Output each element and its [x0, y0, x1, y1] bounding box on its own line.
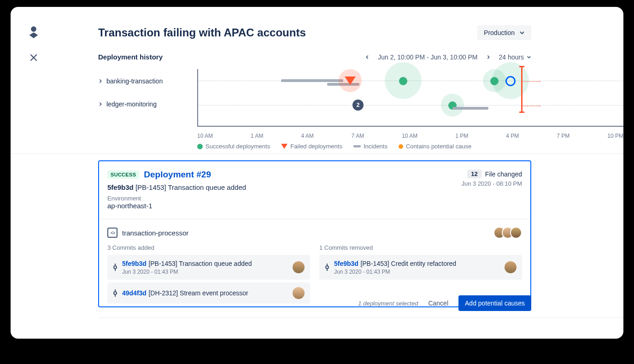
repo-icon: <>: [107, 228, 117, 238]
deployment-title: Deployment #29: [144, 170, 211, 180]
commit-message: Credit entity refactored: [391, 260, 457, 267]
tick: 4 PM: [506, 133, 519, 139]
legend-failed-icon: [281, 144, 288, 149]
chart-legend: Successful deployments Failed deployment…: [197, 143, 623, 150]
commit-timestamp: Jun 3 2020 - 01:43 PM: [334, 269, 500, 275]
x-axis-ticks: 10 AM 1 AM 4 AM 7 AM 10 AM 1 PM 4 PM 7 P…: [197, 133, 623, 139]
tick: 1 PM: [455, 133, 468, 139]
tick: 10 PM: [607, 133, 623, 139]
legend-incident-icon: [353, 145, 361, 147]
duration-select[interactable]: 24 hours: [499, 53, 531, 61]
main-content: Transaction failing with APAC accounts P…: [98, 25, 623, 339]
header: Transaction failing with APAC accounts P…: [98, 25, 623, 40]
chevron-down-icon: [527, 55, 531, 59]
chevron-right-icon: [98, 102, 103, 106]
tick: 4 AM: [301, 133, 313, 139]
legend-success-icon: [197, 144, 203, 149]
file-count-badge: 12: [467, 170, 481, 178]
commit-summary: 5fe9b3d [PB-1453] Transaction queue adde…: [107, 183, 246, 191]
service-row-ledger[interactable]: ledger-monitoring: [98, 100, 163, 108]
legend-cause-icon: [399, 144, 403, 149]
subheader: Deployment history Jun 2, 10:00 PM - Jun…: [98, 53, 623, 61]
success-deployment-icon[interactable]: [399, 77, 407, 85]
cancel-button[interactable]: Cancel: [428, 299, 448, 307]
avatar: [505, 261, 517, 273]
commit-hash: 5fe9b3d: [334, 260, 358, 267]
footer-actions: 1 deployment selected Cancel Add potenti…: [98, 295, 623, 311]
date-controls: Jun 2, 10:00 PM - Jun 3, 10:00 PM 24 hou…: [365, 53, 531, 61]
timeline-plot: 2: [197, 69, 623, 127]
commit-item[interactable]: 5fe9b3d [PB-1453] Credit entity refactor…: [319, 255, 522, 280]
contributor-avatars: [497, 227, 522, 239]
status-badge: SUCCESS: [107, 170, 139, 179]
service-row-banking[interactable]: banking-transaction: [98, 77, 163, 85]
chevron-right-icon[interactable]: [486, 55, 491, 59]
legend-label: Failed deployments: [290, 143, 342, 150]
selected-deployment-ring[interactable]: [505, 76, 516, 86]
deployment-history-label: Deployment history: [98, 53, 163, 61]
service-labels: banking-transaction ledger-monitoring: [98, 77, 163, 108]
tick: 7 AM: [352, 133, 364, 139]
marker-extension: [522, 106, 540, 106]
tick: 10 AM: [197, 133, 213, 139]
tick: 10 AM: [402, 133, 417, 139]
commit-hash: 5fe9b3d: [107, 183, 134, 191]
svg-point-0: [31, 26, 36, 32]
cluster-badge[interactable]: 2: [352, 100, 364, 111]
close-icon[interactable]: [29, 53, 38, 64]
deployment-timestamp: Jun 3 2020 - 08:10 PM: [461, 180, 522, 187]
ticket-ref: [PB-1453]: [148, 260, 177, 267]
commit-message: Transaction queue added: [168, 183, 247, 191]
commits-added-label: 3 Commits added: [107, 244, 310, 251]
service-name: ledger-monitoring: [106, 100, 157, 108]
commit-timestamp: Jun 3 2020 - 01:43 PM: [122, 269, 288, 275]
avatar: [510, 227, 522, 239]
ticket-ref: [PB-1453]: [360, 260, 389, 267]
incident-bar: [452, 107, 488, 110]
failed-deployment-icon[interactable]: [345, 76, 356, 85]
svg-point-4: [114, 266, 117, 269]
tick: 1 AM: [251, 133, 263, 139]
chevron-left-icon[interactable]: [365, 55, 370, 59]
commit-item[interactable]: 5fe9b3d [PB-1453] Transaction queue adde…: [107, 255, 310, 280]
modal-window: Transaction failing with APAC accounts P…: [11, 7, 623, 339]
service-name: banking-transaction: [106, 77, 163, 85]
environment-value: ap-northeast-1: [107, 202, 246, 210]
commit-icon: [325, 264, 329, 271]
repo-name: transaction-processor: [122, 229, 188, 237]
chevron-down-icon: [519, 30, 525, 35]
timeline-chart: banking-transaction ledger-monitoring: [98, 69, 623, 143]
commit-message: Transaction queue added: [179, 260, 252, 267]
commit-icon: [113, 264, 117, 271]
svg-point-10: [326, 266, 329, 269]
incident-bar: [281, 79, 343, 82]
add-causes-button[interactable]: Add potential causes: [458, 295, 531, 311]
chevron-right-icon: [98, 79, 103, 83]
legend-label: Successful deployments: [205, 143, 270, 150]
commits-removed-label: 1 Commits removed: [319, 244, 522, 251]
left-sidebar: [11, 7, 57, 339]
svg-point-7: [114, 292, 117, 294]
environment-field-label: Environment: [107, 195, 246, 202]
page-title: Transaction failing with APAC accounts: [98, 26, 306, 39]
legend-label: Incidents: [364, 143, 387, 150]
ticket-ref: [PB-1453]: [135, 183, 166, 191]
marker-extension: [522, 81, 540, 82]
environment-label: Production: [484, 29, 515, 36]
commit-hash: 5fe9b3d: [122, 260, 147, 267]
date-range: Jun 2, 10:00 PM - Jun 3, 10:00 PM: [378, 53, 477, 61]
legend-label: Contains potential cause: [406, 143, 471, 150]
file-changed-label: File changed: [485, 170, 522, 178]
duration-label: 24 hours: [499, 53, 524, 61]
file-changed: 12 File changed: [467, 170, 522, 178]
selection-count: 1 deployment selected: [358, 300, 418, 307]
user-icon[interactable]: [27, 25, 40, 40]
environment-select[interactable]: Production: [477, 25, 531, 40]
avatar: [293, 261, 305, 273]
deployment-card[interactable]: SUCCESS Deployment #29 5fe9b3d [PB-1453]…: [98, 160, 531, 307]
tick: 7 PM: [557, 133, 569, 139]
